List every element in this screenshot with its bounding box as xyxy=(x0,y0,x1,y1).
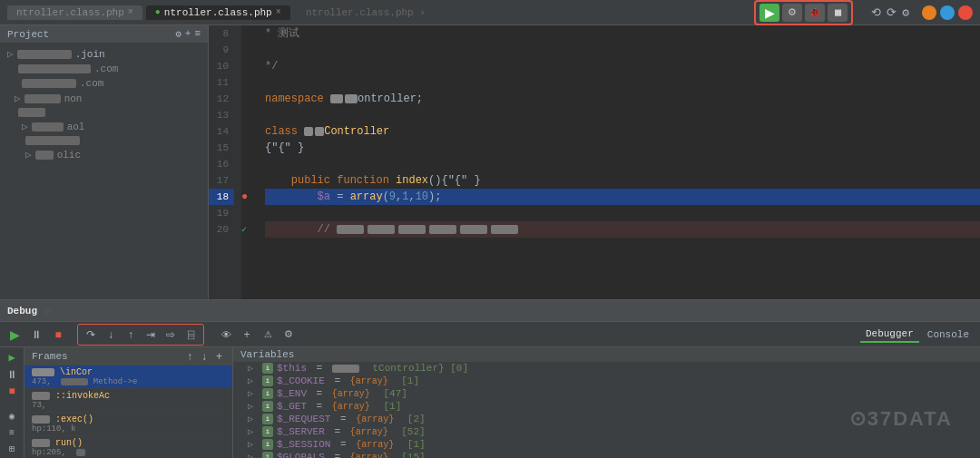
tab-console[interactable]: Console xyxy=(922,327,975,342)
sidebar-settings-icon[interactable]: ⚙ xyxy=(175,28,181,40)
sidebar-item-6[interactable]: ▷ aol xyxy=(15,119,208,134)
sidebar-item-8[interactable]: ▷ olic xyxy=(18,147,208,162)
run-statement-btn[interactable]: ⇨ xyxy=(162,326,180,343)
tab-1[interactable]: ntroller.class.php × xyxy=(7,5,142,20)
var-icon-server: i xyxy=(262,426,273,437)
frame-controls: ↑ ↓ + xyxy=(184,349,225,364)
frame-add-btn[interactable]: + xyxy=(213,349,225,364)
opera-icon[interactable] xyxy=(958,5,973,20)
blurred-item-8 xyxy=(35,151,54,160)
ln-15: 15 xyxy=(209,140,234,156)
sidebar-item-3[interactable]: .com xyxy=(0,76,208,91)
tab-2[interactable]: ● ntroller.class.php × xyxy=(146,5,290,20)
debug-tab-main[interactable]: Debug xyxy=(7,306,37,317)
stop-button[interactable]: ◼ xyxy=(828,4,848,22)
frames-panel: Frames ↑ ↓ + \inCor 473, Method->e xyxy=(24,347,233,458)
toolbar-icon-1[interactable]: ⟲ xyxy=(871,5,881,20)
add-watch-btn[interactable]: + xyxy=(238,326,256,343)
frame-item-4[interactable]: run() hp:205, xyxy=(24,436,232,458)
pause-side-icon[interactable]: ⏸ xyxy=(3,368,21,382)
var-this[interactable]: ▷ i $this = tController} [0] xyxy=(233,362,980,375)
step-controls: ↷ ↓ ↑ ⇥ ⇨ ⌸ xyxy=(77,324,204,346)
item-4-label: non xyxy=(64,93,83,104)
line-16 xyxy=(265,156,980,172)
gutter: ● ✓ xyxy=(241,25,258,299)
line-11 xyxy=(265,74,980,91)
run-cursor-btn[interactable]: ⇥ xyxy=(142,326,160,343)
sidebar-item-1[interactable]: ▷ .join xyxy=(0,46,208,62)
frame-method-3: :exec() xyxy=(32,414,225,424)
coverage-button[interactable]: ⚙ xyxy=(782,4,802,22)
watch-btn[interactable]: 👁 xyxy=(217,326,235,343)
firefox-icon[interactable] xyxy=(922,5,936,20)
view-icon-3[interactable]: ⊞ xyxy=(3,443,21,455)
line-18: $a = array ( 9 , 1 , 10 ); xyxy=(265,189,980,205)
add-exception-btn[interactable]: ⚠ xyxy=(259,326,277,343)
ln-19: 19 xyxy=(209,205,234,221)
sidebar-item-5[interactable] xyxy=(11,106,208,119)
tab-debugger[interactable]: Debugger xyxy=(860,326,919,343)
ln-16: 16 xyxy=(209,156,234,172)
sidebar-item-7[interactable] xyxy=(18,134,208,147)
tab-2-label: ntroller.class.php xyxy=(164,7,272,18)
item-label: .join xyxy=(75,49,105,60)
toolbar-icon-2[interactable]: ⟳ xyxy=(887,5,897,20)
sidebar-add-icon[interactable]: + xyxy=(185,28,191,40)
step-over-btn[interactable]: ↷ xyxy=(82,326,100,343)
variables-panel: Variables ▷ i $this = tController} [0] ▷… xyxy=(233,347,980,458)
expand-icon-8: ▷ xyxy=(25,149,32,161)
sidebar-more-icon[interactable]: ≡ xyxy=(194,28,201,40)
frame-down-btn[interactable]: ↓ xyxy=(199,349,210,364)
stop-side-icon[interactable]: ■ xyxy=(3,385,21,398)
var-session[interactable]: ▷ i $_SESSION = {array} [1] xyxy=(233,438,980,451)
gutter-16 xyxy=(241,156,258,172)
debug-header: Debug ⚙ xyxy=(0,300,980,322)
var-globals[interactable]: ▷ i $GLOBALS = {array} [15] xyxy=(233,451,980,458)
frame-item-1[interactable]: \inCor 473, Method->e xyxy=(24,365,232,389)
chrome-icon[interactable] xyxy=(940,5,955,20)
debug-run-button[interactable]: 🐞 xyxy=(805,4,825,22)
blurred-item-7 xyxy=(25,136,80,145)
gutter-20: ✓ xyxy=(241,221,258,238)
gutter-10 xyxy=(241,58,258,74)
frame-item-2[interactable]: ::invokeAc 73, xyxy=(24,389,232,413)
frame-method-2: ::invokeAc xyxy=(32,391,225,401)
item-label-3: .com xyxy=(80,78,103,89)
run-button[interactable]: ▶ xyxy=(760,4,779,22)
code-content[interactable]: * 测试 */ namespace ontroller; class xyxy=(258,25,980,299)
tab-icon: ● xyxy=(155,7,161,17)
frames-title: Frames xyxy=(32,351,68,362)
frame-up-btn[interactable]: ↑ xyxy=(184,349,195,364)
sidebar-item-4[interactable]: ▷ non xyxy=(7,91,208,106)
line-19 xyxy=(265,205,980,221)
gutter-11 xyxy=(241,74,258,91)
sidebar-header: Project ⚙ + ≡ xyxy=(0,25,208,43)
pause-btn[interactable]: ⏸ xyxy=(27,326,45,343)
resume-btn[interactable]: ▶ xyxy=(5,326,24,343)
gutter-17 xyxy=(241,172,258,189)
step-into-btn[interactable]: ↓ xyxy=(102,326,120,343)
checkmark-icon: ✓ xyxy=(241,224,247,235)
var-icon-globals: i xyxy=(262,452,273,458)
toolbar-icon-3[interactable]: ⚙ xyxy=(902,5,909,20)
var-env[interactable]: ▷ i $_ENV = {array} [47] xyxy=(233,387,980,400)
step-out-btn[interactable]: ↑ xyxy=(122,326,140,343)
frame-item-3[interactable]: :exec() hp:110, k xyxy=(24,413,232,436)
settings-debug-btn[interactable]: ⚙ xyxy=(279,326,298,343)
view-icon-1[interactable]: ◉ xyxy=(3,411,21,424)
resume-side-icon[interactable]: ▶ xyxy=(3,351,21,365)
project-label: Project xyxy=(7,29,49,40)
sidebar-item-2[interactable]: .com xyxy=(0,62,208,76)
sidebar-header-actions: ⚙ + ≡ xyxy=(175,28,201,40)
line-8: * 测试 xyxy=(265,25,980,42)
line-10: */ xyxy=(265,58,980,74)
stop-debug-btn[interactable]: ■ xyxy=(49,326,67,343)
ln-18: 18 xyxy=(209,189,234,205)
line-15: {"{" } xyxy=(265,140,980,156)
tab-2-close[interactable]: × xyxy=(276,7,281,17)
view-icon-2[interactable]: ≡ xyxy=(3,426,21,439)
eval-expr-btn[interactable]: ⌸ xyxy=(181,326,200,343)
var-cookie[interactable]: ▷ i $_COOKIE = {array} [1] xyxy=(233,375,980,387)
tab-1-close[interactable]: × xyxy=(128,7,133,17)
line-14: class Controller xyxy=(265,123,980,140)
